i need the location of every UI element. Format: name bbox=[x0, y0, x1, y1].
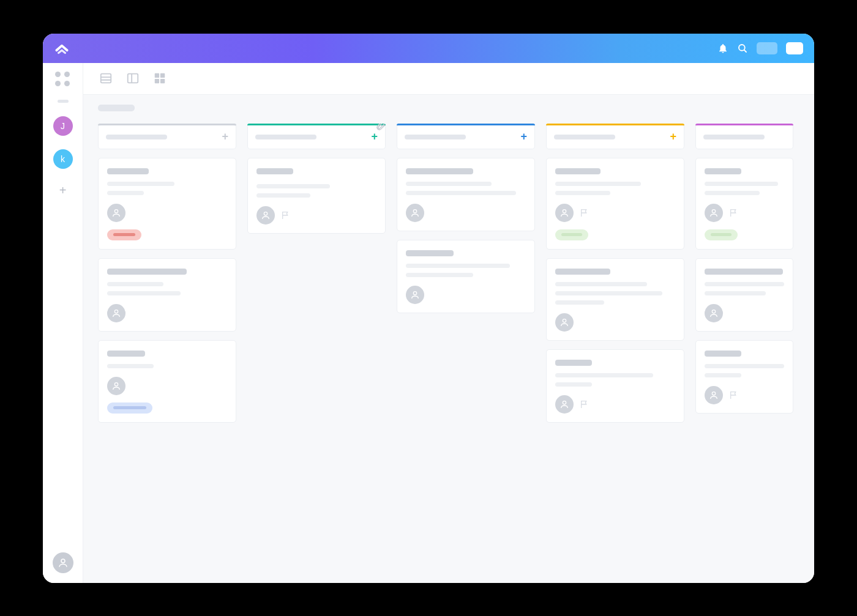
card-meta-row bbox=[406, 286, 526, 304]
assignee-avatar[interactable] bbox=[107, 304, 125, 322]
assignee-avatar[interactable] bbox=[705, 304, 723, 322]
card-text-line bbox=[705, 182, 778, 186]
svg-point-13 bbox=[114, 310, 118, 313]
assignee-avatar[interactable] bbox=[107, 204, 125, 222]
card-meta-row bbox=[555, 313, 675, 332]
sidebar-divider bbox=[58, 100, 69, 103]
card-title bbox=[256, 168, 293, 174]
card-text-line bbox=[555, 182, 641, 186]
profile-avatar[interactable] bbox=[53, 552, 73, 573]
task-card[interactable] bbox=[98, 158, 236, 250]
task-card[interactable] bbox=[695, 258, 793, 332]
task-card[interactable] bbox=[546, 349, 684, 423]
view-toolbar bbox=[83, 63, 814, 95]
svg-point-23 bbox=[712, 391, 715, 395]
assignee-avatar[interactable] bbox=[555, 395, 574, 414]
card-tag[interactable] bbox=[705, 229, 738, 240]
assignee-avatar[interactable] bbox=[555, 204, 574, 222]
task-card[interactable] bbox=[695, 158, 793, 250]
card-title bbox=[555, 360, 592, 366]
card-tag[interactable] bbox=[555, 229, 588, 240]
svg-rect-10 bbox=[155, 79, 159, 83]
board-view-icon[interactable] bbox=[125, 70, 141, 86]
task-card[interactable] bbox=[98, 340, 236, 423]
card-title bbox=[705, 168, 741, 174]
card-meta-row bbox=[555, 204, 675, 222]
task-card[interactable] bbox=[397, 158, 535, 231]
header-pill-2[interactable] bbox=[786, 42, 803, 54]
svg-point-15 bbox=[264, 212, 267, 215]
column-header[interactable]: + bbox=[546, 124, 684, 149]
task-card[interactable] bbox=[247, 158, 386, 234]
svg-point-14 bbox=[114, 382, 118, 385]
assignee-avatar[interactable] bbox=[256, 206, 275, 225]
space-avatar-j[interactable]: J bbox=[53, 116, 73, 136]
card-text-line bbox=[107, 291, 181, 295]
add-task-button[interactable]: + bbox=[670, 130, 676, 143]
svg-point-21 bbox=[712, 209, 715, 212]
card-text-line bbox=[256, 184, 330, 188]
card-meta-row bbox=[256, 206, 376, 225]
add-task-button[interactable]: + bbox=[371, 130, 378, 143]
column-header[interactable]: + bbox=[247, 124, 386, 149]
column-title bbox=[106, 135, 167, 139]
card-text-line bbox=[107, 182, 174, 186]
assignee-avatar[interactable] bbox=[406, 286, 424, 304]
card-text-line bbox=[705, 373, 741, 377]
card-title bbox=[107, 351, 145, 357]
card-meta-row bbox=[705, 304, 784, 322]
assignee-avatar[interactable] bbox=[555, 313, 574, 332]
card-tag[interactable] bbox=[107, 229, 141, 240]
priority-flag-icon[interactable] bbox=[729, 208, 739, 218]
search-icon[interactable] bbox=[737, 43, 748, 54]
app-logo[interactable] bbox=[54, 40, 70, 56]
header-pill-1[interactable] bbox=[757, 42, 777, 54]
card-text-line bbox=[555, 382, 592, 387]
svg-rect-9 bbox=[160, 73, 165, 78]
card-title bbox=[705, 351, 741, 357]
card-title bbox=[107, 168, 149, 174]
board-column: + bbox=[247, 124, 386, 565]
svg-rect-8 bbox=[155, 73, 159, 78]
assignee-avatar[interactable] bbox=[705, 204, 723, 222]
card-text-line bbox=[705, 291, 766, 295]
task-card[interactable] bbox=[546, 158, 684, 250]
svg-rect-6 bbox=[128, 74, 138, 83]
add-space-button[interactable]: + bbox=[53, 181, 73, 201]
assignee-avatar[interactable] bbox=[107, 377, 125, 395]
list-view-icon[interactable] bbox=[98, 70, 114, 86]
priority-flag-icon[interactable] bbox=[729, 390, 739, 400]
task-card[interactable] bbox=[695, 340, 793, 414]
card-text-line bbox=[256, 193, 310, 198]
add-task-button[interactable]: + bbox=[222, 130, 228, 143]
sidebar-apps-button[interactable] bbox=[55, 72, 71, 87]
column-header[interactable]: + bbox=[397, 124, 535, 149]
space-avatar-k[interactable]: k bbox=[53, 149, 73, 169]
board-column: + bbox=[98, 124, 236, 565]
task-card[interactable] bbox=[546, 258, 684, 341]
card-meta-row bbox=[705, 204, 784, 222]
assignee-avatar[interactable] bbox=[705, 386, 723, 404]
svg-line-1 bbox=[744, 50, 746, 51]
card-text-line bbox=[406, 273, 473, 277]
assignee-avatar[interactable] bbox=[406, 204, 424, 222]
card-title bbox=[705, 269, 783, 275]
task-card[interactable] bbox=[397, 240, 535, 313]
column-header[interactable] bbox=[695, 124, 793, 149]
card-tag[interactable] bbox=[107, 403, 152, 414]
card-meta-row bbox=[406, 204, 526, 222]
priority-flag-icon[interactable] bbox=[580, 208, 589, 218]
priority-flag-icon[interactable] bbox=[281, 210, 291, 220]
card-meta-row bbox=[107, 304, 227, 322]
svg-point-12 bbox=[114, 209, 118, 212]
notifications-icon[interactable] bbox=[717, 43, 728, 54]
column-header[interactable]: + bbox=[98, 124, 236, 149]
task-card[interactable] bbox=[98, 258, 236, 332]
add-task-button[interactable]: + bbox=[520, 130, 527, 143]
card-text-line bbox=[107, 364, 154, 368]
app-window: J k + bbox=[37, 28, 820, 589]
box-view-icon[interactable] bbox=[152, 70, 168, 86]
card-text-line bbox=[555, 291, 662, 295]
priority-flag-icon[interactable] bbox=[580, 399, 589, 409]
card-text-line bbox=[555, 282, 647, 286]
